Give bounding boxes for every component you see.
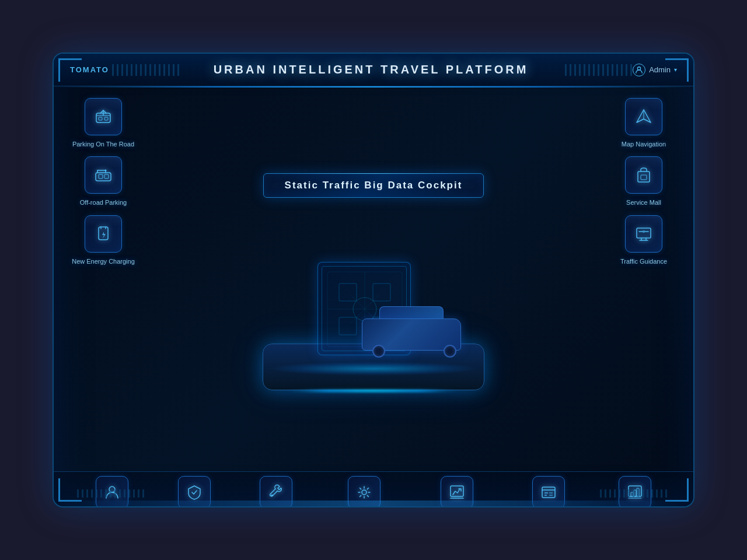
new-energy-icon-box: [85, 215, 122, 253]
hatch-decoration-left: [112, 64, 182, 76]
footer-decoration: [54, 501, 693, 506]
svg-rect-6: [99, 174, 103, 178]
car-wheel-right: [444, 345, 456, 358]
svg-rect-28: [549, 492, 553, 494]
svg-point-22: [271, 494, 273, 496]
svg-point-20: [643, 230, 645, 233]
car-wheel-left: [372, 345, 385, 358]
hatch-decoration-right: [565, 64, 635, 76]
sidebar-right: Map Navigation Service Mall: [594, 86, 687, 471]
svg-rect-7: [104, 174, 109, 178]
sidebar-item-map-navigation[interactable]: Map Navigation: [612, 98, 676, 148]
offroad-parking-icon-box: [85, 156, 122, 194]
sidebar-item-new-energy[interactable]: New Energy Charging: [71, 215, 135, 265]
header-title: URBAN INTELLIGENT TRAVEL PLATFORM: [214, 63, 529, 76]
service-mall-label: Service Mall: [626, 198, 661, 206]
svg-rect-19: [637, 228, 651, 238]
svg-rect-29: [549, 495, 553, 496]
new-energy-label: New Energy Charging: [72, 257, 135, 265]
main-content: Parking On The Road Off-road Parking: [54, 86, 693, 471]
svg-rect-25: [542, 487, 555, 498]
svg-rect-2: [99, 117, 102, 120]
traffic-guidance-label: Traffic Guidance: [620, 257, 667, 265]
offroad-parking-label: Off-road Parking: [80, 198, 127, 206]
car-shape: [362, 298, 467, 362]
sidebar-left: Parking On The Road Off-road Parking: [60, 86, 153, 471]
svg-rect-17: [638, 172, 650, 182]
bottom-hatch-right: [600, 489, 670, 498]
map-navigation-label: Map Navigation: [622, 140, 666, 148]
glow-ring: [268, 362, 479, 376]
corner-decoration-tr: [665, 58, 689, 82]
svg-point-23: [362, 490, 366, 495]
corner-decoration-tl: [58, 58, 82, 82]
svg-rect-27: [544, 495, 547, 496]
sidebar-item-service-mall[interactable]: Service Mall: [612, 156, 676, 206]
parking-road-label: Parking On The Road: [72, 140, 134, 148]
svg-rect-26: [544, 492, 548, 494]
svg-rect-3: [104, 117, 108, 120]
bottom-hatch-left: [77, 489, 147, 498]
central-title-text: Static Traffic Big Data Cockpit: [285, 180, 463, 191]
map-navigation-icon-box: [625, 98, 662, 135]
traffic-guidance-icon-box: [625, 215, 662, 253]
central-title-button[interactable]: Static Traffic Big Data Cockpit: [263, 173, 484, 198]
sidebar-item-traffic-guidance[interactable]: Traffic Guidance: [612, 215, 676, 265]
main-screen: TOMATO URBAN INTELLIGENT TRAVEL PLATFORM…: [53, 52, 694, 508]
header: TOMATO URBAN INTELLIGENT TRAVEL PLATFORM…: [54, 54, 693, 86]
holo-platform: [251, 204, 496, 402]
center-area: Static Traffic Big Data Cockpit: [153, 86, 594, 471]
service-mall-icon-box: [625, 156, 662, 194]
sidebar-item-offroad-parking[interactable]: Off-road Parking: [71, 156, 135, 206]
svg-rect-18: [641, 175, 647, 180]
central-title-wrap: Static Traffic Big Data Cockpit: [263, 173, 484, 198]
parking-road-icon-box: [85, 98, 122, 135]
sidebar-item-parking-road[interactable]: Parking On The Road: [71, 98, 135, 148]
svg-point-5: [105, 170, 107, 172]
svg-point-0: [638, 66, 641, 69]
